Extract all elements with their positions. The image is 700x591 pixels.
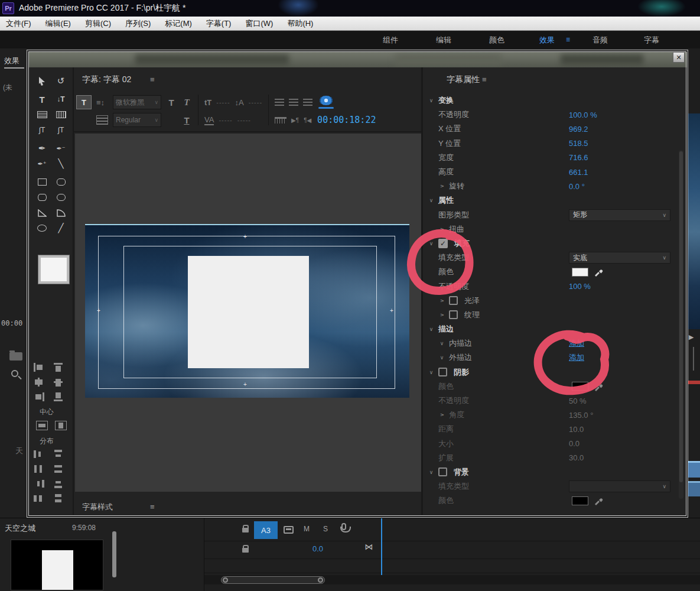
workspace-tab[interactable]: 效果 [539, 35, 555, 46]
dialog-titlebar[interactable] [29, 52, 687, 67]
add-stroke-link[interactable]: 添加 [569, 338, 584, 349]
track-a3-badge[interactable]: A3 [254, 521, 278, 539]
tab-effects[interactable]: 效果 [4, 56, 19, 66]
italic-button[interactable]: T [181, 98, 192, 108]
mute-button[interactable]: M [304, 525, 310, 533]
add-stroke-link[interactable]: 添加 [569, 352, 584, 363]
eyedropper-icon[interactable] [594, 382, 603, 391]
distribute-top-icon[interactable] [54, 450, 64, 459]
timeline-scrollbar[interactable] [221, 576, 325, 584]
line-tool[interactable]: ╱ [51, 220, 70, 236]
prop-value[interactable]: 969.2 [569, 125, 588, 134]
voiceover-mic-icon[interactable] [341, 523, 346, 530]
underline-button[interactable]: T [181, 115, 192, 125]
prop-value[interactable]: 0.0 [569, 439, 579, 448]
folder-icon[interactable] [9, 352, 22, 361]
path-type-tool[interactable]: ∫T [32, 122, 51, 138]
add-anchor-tool[interactable]: ✒⁺ [32, 156, 51, 171]
distribute-center-h-icon[interactable] [34, 465, 44, 473]
prop-value[interactable]: 0.0 ° [569, 182, 585, 191]
scrollbar-handle-right[interactable] [318, 577, 323, 583]
menu-item[interactable]: 文件(F) [6, 18, 31, 29]
menu-item[interactable]: 窗口(W) [245, 18, 273, 29]
align-left-icon[interactable] [34, 363, 44, 372]
align-center-text-icon[interactable] [289, 99, 298, 106]
disclosure-icon[interactable]: ∨ [427, 197, 435, 203]
prop-value[interactable]: 518.5 [569, 139, 588, 148]
clipped-rect-tool[interactable] [32, 190, 51, 205]
rectangle-tool[interactable] [32, 174, 51, 190]
font-style-select[interactable]: Regular∨ [113, 113, 161, 127]
clip-thumbnail[interactable] [11, 540, 103, 590]
color-swatch[interactable] [572, 268, 588, 277]
wedge-tool[interactable] [32, 205, 51, 220]
playhead[interactable] [381, 518, 382, 576]
solo-button[interactable]: S [323, 525, 328, 533]
distribute-v-space-icon[interactable] [54, 494, 64, 503]
paragraph-ltr-icon[interactable]: ▶¶ [291, 117, 299, 124]
close-icon[interactable]: ✕ [673, 52, 685, 63]
clip-name[interactable]: 天空之城 [5, 523, 35, 534]
track-lock-icon[interactable] [242, 528, 249, 532]
bold-button[interactable]: T [166, 98, 177, 108]
timeline-clip[interactable] [687, 461, 700, 478]
play-icon[interactable]: ▶ [689, 333, 694, 341]
convert-anchor-tool[interactable]: ╲ [51, 156, 70, 171]
disclosure-icon[interactable]: ∨ [439, 225, 445, 233]
new-title-icon[interactable]: T [76, 95, 92, 109]
rounded-rect-tool[interactable] [51, 174, 70, 190]
vertical-area-type-tool[interactable] [51, 107, 70, 122]
paragraph-rtl-icon[interactable]: ¶◀ [304, 117, 311, 124]
color-swatch[interactable] [572, 382, 588, 391]
distribute-bottom-icon[interactable] [54, 479, 64, 488]
checkbox[interactable] [449, 310, 458, 319]
dropdown[interactable]: 矩形∨ [569, 209, 670, 221]
prop-value[interactable]: 135.0 ° [569, 411, 593, 420]
show-video-eye-icon[interactable] [317, 95, 335, 110]
arc-tool[interactable] [51, 205, 70, 220]
delete-anchor-tool[interactable]: ✒⁻ [51, 141, 70, 156]
menu-item[interactable]: 编辑(E) [45, 18, 71, 29]
center-vertical-icon[interactable] [55, 421, 67, 430]
pen-tool[interactable]: ✒ [32, 141, 51, 156]
align-center-v-icon[interactable] [54, 378, 64, 387]
distribute-center-v-icon[interactable] [54, 465, 64, 473]
workspace-tab[interactable]: 编辑 [436, 35, 451, 46]
disclosure-icon[interactable]: ∨ [427, 98, 435, 103]
font-family-select[interactable]: 微软雅黑∨ [113, 95, 161, 109]
round-rect-tool[interactable] [51, 190, 70, 205]
vertical-path-type-tool[interactable]: ∫T [51, 122, 70, 138]
workspace-overflow-icon[interactable]: ≡ [566, 35, 570, 44]
tracking-value[interactable]: ----- [237, 116, 251, 124]
checkbox[interactable] [438, 467, 447, 476]
disclosure-icon[interactable]: ∨ [439, 411, 445, 419]
rotation-tool[interactable]: ↺ [51, 73, 70, 89]
disclosure-icon[interactable]: ∨ [427, 241, 435, 246]
disclosure-icon[interactable]: ∨ [427, 326, 435, 332]
leading-value[interactable]: ----- [249, 99, 262, 106]
align-bottom-icon[interactable] [54, 392, 64, 401]
checkbox[interactable] [438, 368, 447, 376]
title-rectangle-shape[interactable] [188, 256, 309, 368]
prop-value[interactable]: 716.6 [569, 153, 588, 162]
checkbox[interactable]: ✓ [438, 239, 448, 248]
menu-item[interactable]: 序列(S) [125, 18, 151, 29]
menu-item[interactable]: 帮助(H) [287, 18, 313, 29]
workspace-tab[interactable]: 字幕 [644, 35, 659, 46]
timeline-clip[interactable] [687, 481, 700, 496]
scrollbar-handle-left[interactable] [223, 577, 228, 583]
zoom-slider[interactable] [693, 347, 694, 371]
background-timecode[interactable]: 00:00:18:22 [317, 115, 376, 125]
titler-canvas[interactable]: + + + + [75, 134, 421, 492]
disclosure-icon[interactable]: ∨ [439, 182, 445, 190]
menu-item[interactable]: 字幕(T) [206, 18, 232, 29]
kerning-icon[interactable]: VA [204, 115, 214, 125]
properties-scrollbar[interactable] [679, 150, 683, 499]
panel-menu-icon[interactable]: ≡ [150, 75, 155, 84]
align-right-icon[interactable] [34, 392, 44, 401]
video-frame[interactable]: + + + + [85, 224, 409, 398]
area-type-tool[interactable] [32, 107, 51, 122]
dropdown[interactable]: 实底∨ [569, 252, 670, 264]
prop-value[interactable]: 10.0 [569, 425, 584, 434]
search-icon[interactable] [11, 370, 18, 377]
